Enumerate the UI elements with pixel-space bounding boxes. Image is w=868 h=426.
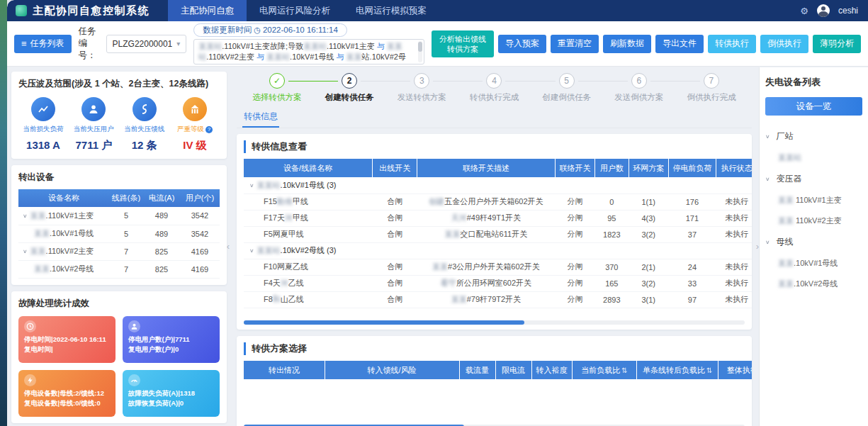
stat-lost-feeders: 当前失压馈线 12 条 <box>120 97 169 152</box>
fault-description-textarea[interactable]: 某某站.110kV#1主变故障;导致某某站.110kV#1主变 与 某某站.11… <box>193 39 424 65</box>
gear-icon[interactable] <box>800 6 808 16</box>
caret-down-icon[interactable] <box>249 248 254 254</box>
tree-leaf-busbar-1[interactable]: 某某.10kV#1母线 <box>765 253 862 274</box>
reset-clear-button[interactable]: 重置清空 <box>551 35 599 53</box>
desktop-background <box>0 0 7 426</box>
horizontal-scrollbar[interactable] <box>244 320 745 325</box>
center-tabbar: 转供信息 <box>237 108 752 128</box>
step-send-backfeed-plan[interactable]: 6发送倒供方案 <box>603 73 675 103</box>
tab-transfer-info[interactable]: 转供信息 <box>242 108 279 128</box>
sortable-column[interactable]: 整体执行负载比 <box>718 361 752 379</box>
stat-label: 当前失压馈线 <box>120 125 169 134</box>
caret-down-icon[interactable] <box>249 183 254 189</box>
sortable-column[interactable]: 单条线转后负载比 <box>637 361 718 379</box>
task-number-value: PLZG22000001 <box>113 39 173 49</box>
collapse-left-panel-handle[interactable] <box>224 232 232 261</box>
nav-tab-simulation-plan[interactable]: 电网运行模拟预案 <box>343 0 439 21</box>
task-number-group: 任务编号： PLZG22000001 <box>79 26 187 62</box>
tree-leaf-transformer-1[interactable]: 某某 110kV#1主变 <box>765 190 862 211</box>
severity-icon <box>183 97 207 121</box>
task-number-select[interactable]: PLZG22000001 <box>106 35 187 53</box>
table-row[interactable]: F8和山乙线 合闸 某某#79杆79T2开关 分闸 2893 3(1) 97 未… <box>244 291 752 308</box>
help-icon[interactable] <box>205 126 213 133</box>
impact-scope-title: 失压波及范围(涉及 1 个站、2台主变、12条线路) <box>18 78 220 90</box>
step-create-backfeed-task[interactable]: 5创建倒供任务 <box>531 73 603 103</box>
step-create-transfer-task[interactable]: 2创建转供任务 <box>313 73 385 103</box>
transfer-info-title: 转供信息查看 <box>244 140 745 153</box>
stat-value: 12 条 <box>120 139 169 152</box>
users-icon <box>128 320 140 332</box>
transfer-plan-card: 转供方案选择 转出情况 转入馈线/风险 载流量 限电流 转入裕度 当前负 <box>237 336 752 426</box>
header-right: ceshi <box>800 4 868 17</box>
center-panel: ✓选择转供方案 2创建转供任务 3发送转供方案 4转供执行完成 5创建倒供任务 <box>232 67 757 426</box>
caret-down-icon[interactable] <box>765 176 770 182</box>
clock-icon <box>254 26 261 35</box>
stat-line: 复电时间| <box>24 344 110 354</box>
table-row[interactable]: F10网夏乙线 合闸 某某#3公用户外开关箱602开关 分闸 370 2(1) … <box>244 259 752 275</box>
tree-leaf-busbar-2[interactable]: 某某.10kV#2母线 <box>765 274 862 294</box>
table-row[interactable]: 某某.110kV#2主变 7 825 4169 <box>18 242 220 260</box>
username: ceshi <box>838 6 858 16</box>
tree-node-station[interactable]: 厂站 <box>765 125 862 147</box>
sortable-column[interactable]: 当前负载比 <box>572 361 637 379</box>
refresh-data-button[interactable]: 刷新数据 <box>603 35 651 53</box>
analyze-output-plan-button[interactable]: 分析输出馈线转供方案 <box>432 30 494 57</box>
stat-line: 故障损失负荷(A)|1318 <box>128 388 214 398</box>
fault-stats-card: 故障处理统计成效 停电时间|2022-06-10 16:11 复电时间| <box>11 291 227 423</box>
step-select-plan[interactable]: ✓选择转供方案 <box>241 73 313 103</box>
feeder-icon <box>133 97 157 121</box>
user-avatar[interactable] <box>817 4 830 17</box>
outage-users-card: 停电用户数(户)|7711 复电用户数(户)|0 <box>123 316 220 363</box>
fault-stats-title: 故障处理统计成效 <box>18 298 220 310</box>
caret-down-icon[interactable] <box>23 249 28 254</box>
screen: 主配协同自愈控制系统 主配协同自愈 电网运行风险分析 电网运行模拟预案 cesh… <box>0 0 868 426</box>
fault-description-text: 某某站.110kV#1主变故障;导致某某站.110kV#1主变 与 某某站.11… <box>198 42 406 65</box>
update-time-value: 2022-06-10 16:11:14 <box>263 26 338 34</box>
table-header-row: 设备/线路名称出线开关联络开关描述 联络开关用户数环网方案 停电前负荷执行状态转… <box>244 159 752 177</box>
import-plan-button[interactable]: 导入预案 <box>498 35 546 53</box>
stat-lost-load: 当前损失负荷 1318 A <box>18 97 68 152</box>
table-group-row[interactable]: 某某站.10kV#1母线 (3) <box>244 177 752 194</box>
caret-down-icon[interactable] <box>23 213 28 219</box>
step-backfeed-done[interactable]: 7倒供执行完成 <box>675 73 748 103</box>
lost-power-devices-title: 失电设备列表 <box>765 76 862 89</box>
task-list-button[interactable]: 任务列表 <box>14 35 72 53</box>
export-file-button[interactable]: 导出文件 <box>655 35 704 53</box>
caret-down-icon[interactable] <box>765 240 770 245</box>
weakness-analysis-button[interactable]: 薄弱分析 <box>813 35 861 53</box>
step-send-transfer-plan[interactable]: 3发送转供方案 <box>385 73 458 103</box>
tree-leaf-transformer-2[interactable]: 某某 110kV#2主变 <box>765 211 862 231</box>
table-row[interactable]: F15勤俭甲线 合闸 创建五金公用户外开关箱602开关 分闸 0 1(1) 17… <box>244 194 752 210</box>
workflow-steps: ✓选择转供方案 2创建转供任务 3发送转供方案 4转供执行完成 5创建倒供任务 <box>241 73 748 103</box>
table-group-row[interactable]: 某某站.10kV#2母线 (3) <box>244 242 752 259</box>
backfeed-execute-button[interactable]: 倒供执行 <box>760 35 808 53</box>
tree-node-transformer[interactable]: 变压器 <box>765 168 862 190</box>
outgoing-devices-title: 转出设备 <box>18 172 220 184</box>
stat-lost-users: 当前失压用户 7711 户 <box>69 97 118 152</box>
table-row[interactable]: F5网夏甲线 合闸 某某交口配电站611开关 分闸 1823 3(2) 37 未… <box>244 226 752 242</box>
nav-tab-risk-analysis[interactable]: 电网运行风险分析 <box>247 0 343 21</box>
transfer-plan-title: 转供方案选择 <box>244 342 745 355</box>
stat-line: 停电设备数|母线:2/馈线:12 <box>24 388 110 398</box>
table-row[interactable]: 某某.10kV#1母线 5 489 3542 <box>18 225 220 242</box>
table-row[interactable]: 某某.10kV#2母线 7 825 4169 <box>18 260 220 278</box>
update-time-label: 数据更新时间 <box>203 25 252 35</box>
stat-line: 复电用户数(户)|0 <box>128 344 214 354</box>
main-nav: 主配协同自愈 电网运行风险分析 电网运行模拟预案 <box>168 0 439 21</box>
tree-node-busbar[interactable]: 母线 <box>765 231 862 253</box>
collapse-right-panel-handle[interactable] <box>753 232 762 261</box>
gauge-icon <box>128 374 140 386</box>
fault-textarea-scrollbar[interactable] <box>418 41 422 62</box>
table-row[interactable]: F4天河乙线 合闸 看守所公用环网室602开关 分闸 165 3(2) 33 未… <box>244 275 752 291</box>
nav-tab-self-healing[interactable]: 主配协同自愈 <box>168 0 247 21</box>
stat-value: 7711 户 <box>69 139 118 152</box>
table-row[interactable]: F17天河甲线 合闸 天河#49杆49T1开关 分闸 95 4(3) 171 未… <box>244 210 752 226</box>
tree-leaf-station[interactable]: 某某站 <box>765 147 862 168</box>
table-row[interactable]: 某某.110kV#1主变 5 489 3542 <box>18 207 220 225</box>
caret-down-icon[interactable] <box>765 134 770 140</box>
toolbar-buttons: 分析输出馈线转供方案 导入预案 重置清空 刷新数据 导出文件 转供执行 倒供执行… <box>432 30 861 57</box>
transfer-execute-button[interactable]: 转供执行 <box>708 35 756 53</box>
step-transfer-done[interactable]: 4转供执行完成 <box>458 73 530 103</box>
device-overview-banner[interactable]: 设备一览 <box>765 97 862 116</box>
stat-line: 故障恢复负荷(A)|0 <box>128 398 214 408</box>
